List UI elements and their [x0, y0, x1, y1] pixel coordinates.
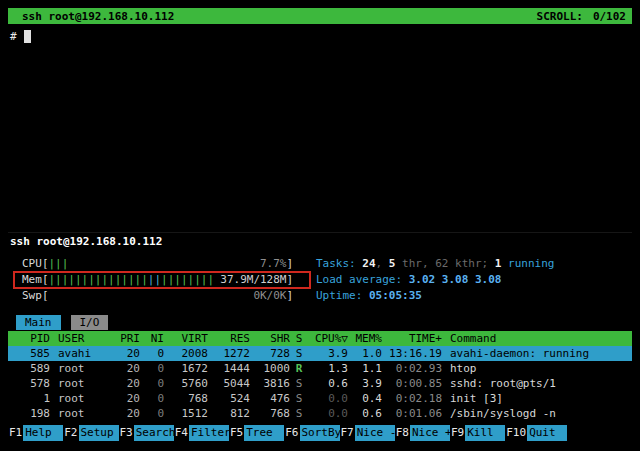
fn-quit[interactable]: F10Quit	[505, 425, 567, 441]
cpu-meter-value: 7.7%	[260, 257, 287, 270]
cell-shr: 1000	[250, 361, 290, 376]
fkey-f6-label: F6	[284, 425, 299, 441]
fn-help-label: Help	[23, 425, 63, 441]
fn-setup[interactable]: F2Setup	[63, 425, 118, 441]
cpu-meter-bars: |||	[49, 257, 69, 270]
fn-help[interactable]: F1Help	[8, 425, 63, 441]
cell-user: root	[50, 361, 112, 376]
cell-mem: 1.0	[348, 346, 382, 361]
cell-s: S	[290, 391, 308, 406]
load-average-text: Load average: 3.02 3.08 3.08	[316, 273, 632, 289]
tasks-text: Tasks: 24, 5 thr, 62 kthr; 1 running	[316, 257, 632, 273]
cell-res: 1272	[208, 346, 250, 361]
cell-mem: 1.1	[348, 361, 382, 376]
cell-time: 0:02.18	[382, 391, 442, 406]
swp-meter: Swp[0K/0K]	[22, 289, 308, 305]
cell-user: root	[50, 391, 112, 406]
process-row-1[interactable]: 1root200768524476S0.00.40:02.18init [3]	[8, 391, 632, 406]
fn-nice-label: Nice -	[355, 425, 395, 441]
fn-nice[interactable]: F8Nice +	[395, 425, 450, 441]
column-header-shr[interactable]: SHR	[250, 331, 290, 346]
mem-meter-bars: |||||||||||||||||||||||||	[49, 273, 215, 286]
column-header-res[interactable]: RES	[208, 331, 250, 346]
cell-res: 524	[208, 391, 250, 406]
cpu-meter: CPU[|||7.7%]	[22, 257, 308, 273]
process-table-header: PIDUSERPRINIVIRTRESSHRSCPU%▽MEM%TIME+Com…	[8, 331, 632, 346]
bottom-pane-title: ssh root@192.168.10.112	[8, 232, 632, 249]
function-key-bar: F1HelpF2SetupF3SearchF4FilterF5TreeF6Sor…	[8, 425, 632, 441]
fkey-f8-label: F8	[395, 425, 410, 441]
fkey-f2-label: F2	[63, 425, 78, 441]
fkey-f4-label: F4	[174, 425, 189, 441]
cell-s: S	[290, 346, 308, 361]
fn-kill[interactable]: F9Kill	[450, 425, 505, 441]
process-table-body: 585avahi20020081272728S3.91.013:16.19ava…	[8, 346, 632, 421]
swp-meter-caption: Swp	[22, 289, 42, 302]
column-header-pid[interactable]: PID	[14, 331, 50, 346]
terminal-cursor	[24, 30, 31, 43]
cell-pri: 20	[112, 391, 140, 406]
cell-res: 5044	[208, 376, 250, 391]
fn-kill-label: Kill	[465, 425, 505, 441]
fn-search[interactable]: F3Search	[119, 425, 174, 441]
column-header-s[interactable]: S	[290, 331, 308, 346]
meters-section: CPU[|||7.7%]Mem[||||||||||||||||||||||||…	[8, 257, 632, 305]
cell-pri: 20	[112, 361, 140, 376]
uptime-text: Uptime: 05:05:35	[316, 289, 632, 305]
process-row-198[interactable]: 198root2001512812768S0.00.60:01.06/sbin/…	[8, 406, 632, 421]
cell-ni: 0	[140, 346, 164, 361]
process-row-578[interactable]: 578root200576050443816S0.63.90:00.85sshd…	[8, 376, 632, 391]
column-header-cmd[interactable]: Command	[442, 331, 632, 346]
column-header-cpu[interactable]: CPU%▽	[308, 331, 348, 346]
process-row-589[interactable]: 589root200167214441000R1.31.10:02.93htop	[8, 361, 632, 376]
cell-virt: 2008	[164, 346, 208, 361]
swp-meter-value: 0K/0K	[253, 289, 286, 302]
mem-meter-value: 37.9M/128M	[220, 273, 286, 286]
screen-tabs: MainI/O	[8, 315, 632, 331]
mem-meter-caption: Mem	[22, 273, 42, 286]
cell-cmd: htop	[442, 361, 632, 376]
terminal-screen: ssh root@192.168.10.112 SCROLL:0/102 # s…	[0, 0, 640, 451]
cell-time: 0:02.93	[382, 361, 442, 376]
fn-setup-label: Setup	[79, 425, 119, 441]
cell-pid: 1	[14, 391, 50, 406]
tab-main[interactable]: Main	[16, 315, 61, 330]
process-row-585[interactable]: 585avahi20020081272728S3.91.013:16.19ava…	[8, 346, 632, 361]
cell-cpu: 0.0	[308, 406, 348, 421]
cell-s: S	[290, 406, 308, 421]
top-title-bar: ssh root@192.168.10.112 SCROLL:0/102	[8, 8, 632, 24]
column-header-user[interactable]: USER	[50, 331, 112, 346]
column-header-ni[interactable]: NI	[140, 331, 164, 346]
cpu-meter-caption: CPU	[22, 257, 42, 270]
fkey-f3-label: F3	[119, 425, 134, 441]
cell-cmd: avahi-daemon: running	[442, 346, 632, 361]
cell-virt: 768	[164, 391, 208, 406]
fn-sortby-label: SortBy	[300, 425, 340, 441]
cell-pid: 578	[14, 376, 50, 391]
cell-ni: 0	[140, 406, 164, 421]
tab-i-o[interactable]: I/O	[71, 315, 109, 330]
scroll-indicator: SCROLL:0/102	[537, 10, 626, 23]
cell-res: 1444	[208, 361, 250, 376]
fn-sortby[interactable]: F6SortBy	[284, 425, 339, 441]
cell-pid: 589	[14, 361, 50, 376]
fn-nice[interactable]: F7Nice -	[340, 425, 395, 441]
column-header-pri[interactable]: PRI	[112, 331, 140, 346]
fn-tree[interactable]: F5Tree	[229, 425, 284, 441]
cell-user: root	[50, 406, 112, 421]
top-terminal[interactable]: #	[8, 24, 632, 232]
htop-panel: CPU[|||7.7%]Mem[||||||||||||||||||||||||…	[8, 249, 632, 441]
cell-cmd: sshd: root@pts/1	[442, 376, 632, 391]
cell-ni: 0	[140, 361, 164, 376]
cell-cpu: 0.6	[308, 376, 348, 391]
cell-virt: 5760	[164, 376, 208, 391]
column-header-time[interactable]: TIME+	[382, 331, 442, 346]
top-session-title: ssh root@192.168.10.112	[22, 10, 174, 23]
column-header-mem[interactable]: MEM%	[348, 331, 382, 346]
scroll-value: 0/102	[593, 10, 626, 23]
cell-s: S	[290, 376, 308, 391]
meters-left: CPU[|||7.7%]Mem[||||||||||||||||||||||||…	[8, 257, 308, 305]
column-header-virt[interactable]: VIRT	[164, 331, 208, 346]
scroll-label: SCROLL:	[537, 10, 583, 23]
fn-filter[interactable]: F4Filter	[174, 425, 229, 441]
